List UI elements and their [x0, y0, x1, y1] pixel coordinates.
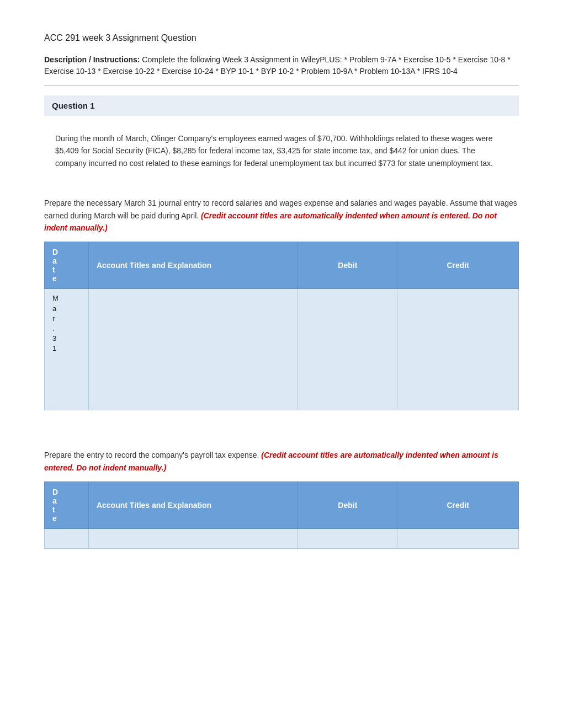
table1-debit-cell[interactable]: [298, 289, 397, 410]
table2-header-credit: Credit: [397, 482, 519, 529]
table2-debit-cell[interactable]: [298, 529, 397, 549]
table2-account-cell[interactable]: [88, 529, 298, 549]
table2-header-account: Account Titles and Explanation: [88, 482, 298, 529]
table1-credit-cell[interactable]: [397, 289, 519, 410]
table2-header-row: Date Account Titles and Explanation Debi…: [45, 482, 519, 529]
question1-body: During the month of March, Olinger Compa…: [44, 127, 519, 187]
instruction2: Prepare the entry to record the company'…: [44, 449, 519, 474]
table2-date-cell: [45, 529, 89, 549]
spacer1: [44, 427, 519, 449]
table2-credit-cell[interactable]: [397, 529, 519, 549]
page-title: ACC 291 week 3 Assignment Question: [44, 33, 519, 43]
question1-header: Question 1: [44, 95, 519, 116]
journal-table-2: Date Account Titles and Explanation Debi…: [44, 481, 519, 549]
table2-row-1: [45, 529, 519, 549]
table1-date-cell: Mar.31: [45, 289, 89, 410]
table1-header-credit: Credit: [397, 242, 519, 289]
table2-header-date: Date: [45, 482, 89, 529]
table1-account-cell[interactable]: [88, 289, 298, 410]
instruction2-text: Prepare the entry to record the company'…: [44, 451, 259, 459]
table2-header-debit: Debit: [298, 482, 397, 529]
question1-body-text: During the month of March, Olinger Compa…: [55, 132, 508, 169]
description-label: Description / Instructions:: [44, 55, 140, 64]
description-block: Description / Instructions: Complete the…: [44, 54, 519, 85]
journal-table-1: Date Account Titles and Explanation Debi…: [44, 242, 519, 410]
table1-header-row: Date Account Titles and Explanation Debi…: [45, 242, 519, 289]
instruction1: Prepare the necessary March 31 journal e…: [44, 197, 519, 234]
table1-row-1: Mar.31: [45, 289, 519, 410]
table1-header-debit: Debit: [298, 242, 397, 289]
table1-header-account: Account Titles and Explanation: [88, 242, 298, 289]
table1-header-date: Date: [45, 242, 89, 289]
